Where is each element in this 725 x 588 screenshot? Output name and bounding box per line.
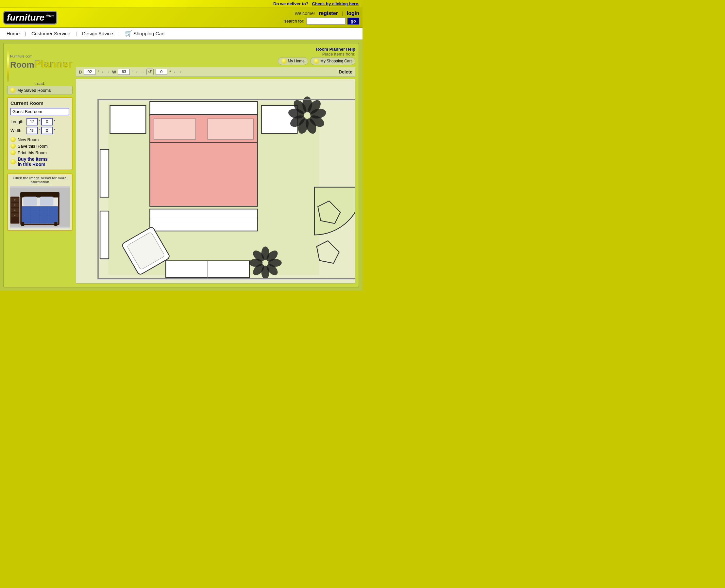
w-arrow: ←→ (135, 69, 144, 75)
left-panel: Furniture.com Room Planner Load: My Save… (7, 47, 73, 284)
dimension-bar: D " ←→ W " ←→ ↺ ° ←→ Delete (76, 67, 355, 77)
buy-items-label: Buy the Items in this Room (18, 156, 48, 167)
register-link[interactable]: register (319, 10, 338, 16)
width-row: Width ' " (11, 127, 69, 134)
room-canvas[interactable] (76, 79, 355, 284)
cart-icon: 🛒 (125, 30, 132, 37)
buy-items-icon (11, 159, 16, 164)
header-right: Welcome! register | login search for: go (284, 10, 359, 24)
svg-rect-21 (21, 222, 24, 226)
planner-logo-section: Furniture.com Room Planner (7, 47, 73, 78)
preview-hint: Click the image below for more informati… (10, 176, 70, 184)
length-row: Length ' " (11, 118, 69, 125)
load-saved-rooms-button[interactable]: My Saved Rooms (7, 86, 73, 94)
planner-logo-circle (7, 47, 9, 83)
deliver-prompt: Do we deliver to? (273, 1, 308, 6)
w-value-input[interactable] (118, 69, 130, 75)
logo-brand: furniture (7, 13, 44, 23)
current-room-box: Current Room Length ' " Width ' " (7, 97, 73, 170)
svg-point-7 (14, 205, 16, 206)
rot-value-input[interactable] (156, 69, 167, 75)
current-room-title: Current Room (11, 100, 69, 106)
svg-rect-13 (23, 197, 37, 206)
go-button[interactable]: go (347, 18, 359, 24)
welcome-text: Welcome! (295, 11, 315, 16)
nav-bar: Home | Customer Service | Design Advice … (0, 28, 363, 40)
svg-rect-43 (100, 211, 109, 259)
search-label: search for: (284, 19, 304, 23)
new-room-button[interactable]: New Room (11, 137, 69, 142)
width-label: Width (11, 128, 25, 133)
bottom-bar (0, 291, 363, 300)
save-room-label: Save this Room (18, 144, 48, 149)
print-room-label: Print this Room (18, 150, 47, 155)
rp-header-right: Room Planner Help Place Items from: My H… (278, 47, 355, 65)
svg-rect-29 (154, 119, 196, 139)
rotate-button[interactable]: ↺ (146, 69, 154, 75)
save-room-icon (11, 143, 16, 149)
delete-button[interactable]: Delete (339, 69, 353, 75)
length-in-symbol: " (54, 120, 55, 124)
room-floor-plan (76, 79, 355, 283)
svg-rect-25 (110, 106, 146, 133)
width-in-input[interactable] (41, 127, 53, 134)
main-content: Furniture.com Room Planner Load: My Save… (0, 40, 363, 291)
login-link[interactable]: login (347, 10, 359, 16)
length-ft-input[interactable] (26, 118, 38, 125)
w-label: W (112, 69, 116, 75)
nav-customer-service[interactable]: Customer Service (26, 31, 76, 36)
width-ft-symbol: ' (39, 128, 40, 133)
svg-point-6 (14, 199, 16, 201)
rot-unit: ° (169, 69, 171, 75)
d-arrow: ←→ (101, 69, 110, 75)
place-items-buttons: My Home My Shopping Cart (278, 57, 355, 65)
logo-area: furniture.com (3, 11, 57, 24)
my-home-icon (281, 59, 287, 64)
deliver-link[interactable]: Check by clicking here. (312, 1, 359, 6)
load-btn-label: My Saved Rooms (17, 88, 51, 93)
new-room-label: New Room (18, 137, 39, 142)
planner-container: Furniture.com Room Planner Load: My Save… (3, 43, 359, 288)
svg-rect-44 (150, 209, 257, 231)
nav-design-advice[interactable]: Design Advice (77, 31, 118, 36)
print-room-icon (11, 150, 16, 155)
length-ft-symbol: ' (39, 120, 40, 124)
d-unit: " (97, 69, 99, 75)
rp-help-link[interactable]: Room Planner Help (278, 47, 355, 51)
nav-home[interactable]: Home (6, 31, 25, 36)
svg-rect-26 (150, 102, 257, 115)
top-bar: Do we deliver to? Check by clicking here… (0, 0, 363, 8)
svg-rect-14 (40, 197, 53, 206)
logo-box: furniture.com (3, 11, 57, 24)
search-row: search for: go (284, 18, 359, 24)
my-cart-icon (314, 59, 319, 64)
nav-shopping-cart[interactable]: 🛒Shopping Cart (120, 30, 170, 37)
logo-furniture-com: Furniture.com (10, 54, 73, 58)
d-label: D (79, 69, 82, 75)
length-in-input[interactable] (41, 118, 53, 125)
save-room-button[interactable]: Save this Room (11, 143, 69, 149)
svg-rect-22 (54, 222, 57, 226)
svg-point-8 (14, 209, 16, 211)
width-in-symbol: " (54, 128, 55, 133)
buy-items-button[interactable]: Buy the Items in this Room (11, 156, 69, 167)
room-name-input[interactable] (11, 108, 69, 115)
my-home-button[interactable]: My Home (278, 57, 308, 65)
svg-point-9 (14, 215, 16, 216)
search-input[interactable] (306, 18, 345, 24)
svg-rect-42 (100, 149, 109, 197)
furniture-preview-image[interactable] (10, 186, 70, 228)
my-cart-label: My Shopping Cart (320, 59, 352, 63)
d-value-input[interactable] (84, 69, 96, 75)
planner-logo-text: Furniture.com Room Planner (10, 54, 73, 70)
rot-arrow: ←→ (173, 69, 182, 75)
right-panel: Room Planner Help Place Items from: My H… (76, 47, 355, 284)
my-shopping-cart-button[interactable]: My Shopping Cart (310, 57, 355, 65)
furniture-preview: Click the image below for more informati… (7, 173, 73, 231)
header: furniture.com Welcome! register | login … (0, 8, 363, 28)
width-ft-input[interactable] (26, 127, 38, 134)
print-room-button[interactable]: Print this Room (11, 150, 69, 155)
new-room-icon (11, 137, 16, 142)
load-label: Load: (7, 81, 73, 86)
welcome-row: Welcome! register | login (284, 10, 359, 16)
